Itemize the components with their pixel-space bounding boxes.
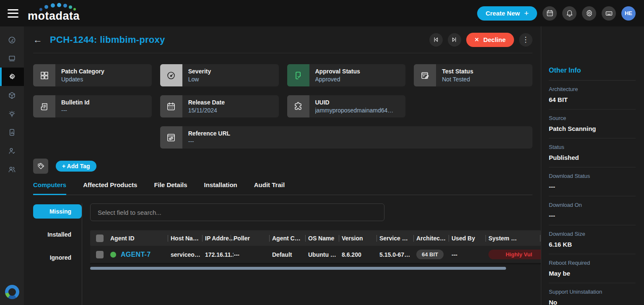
info-label: Download Status bbox=[549, 173, 636, 179]
calendar-button[interactable] bbox=[543, 6, 557, 21]
package-cube-icon bbox=[8, 91, 16, 99]
card-value: Approved bbox=[315, 76, 360, 83]
column-header[interactable]: Architec… bbox=[416, 235, 452, 242]
column-header[interactable]: Used By bbox=[452, 235, 488, 242]
status-dot bbox=[110, 252, 116, 258]
used-by-cell: --- bbox=[452, 251, 488, 258]
tags-icon bbox=[33, 159, 48, 174]
keyboard-button[interactable] bbox=[602, 6, 616, 21]
decline-button[interactable]: ✕ Decline bbox=[466, 33, 514, 47]
card-value: Low bbox=[188, 76, 211, 83]
test-checklist-icon bbox=[414, 64, 436, 86]
info-item-reboot-required: Reboot Required May be bbox=[549, 254, 636, 283]
architecture-cell: 64 BIT bbox=[416, 250, 452, 259]
card-uuid: UUID jammyproposedmainamd64… bbox=[287, 95, 406, 117]
agent-id-link[interactable]: AGENT-7 bbox=[121, 251, 151, 258]
user-avatar[interactable]: HE bbox=[621, 6, 636, 21]
grid-icon bbox=[33, 64, 55, 86]
topbar-actions: Create New + HE bbox=[477, 6, 636, 21]
card-value: 15/11/2024 bbox=[188, 107, 225, 114]
column-header[interactable]: Agent ID bbox=[108, 235, 171, 242]
column-header[interactable]: OS Name bbox=[308, 235, 342, 242]
info-value: Patch Scanning bbox=[549, 125, 636, 132]
info-value: 6.16 KB bbox=[549, 241, 636, 248]
more-options-button[interactable]: ⋮ bbox=[519, 33, 532, 47]
info-value: --- bbox=[549, 183, 636, 190]
poller-cell: --- bbox=[234, 251, 272, 258]
other-info-title: Other Info bbox=[549, 67, 636, 81]
info-label: Architecture bbox=[549, 86, 636, 92]
sidebar-item-dashboard[interactable] bbox=[0, 31, 24, 49]
sidebar-item-packages[interactable] bbox=[0, 86, 24, 104]
bell-icon bbox=[566, 9, 574, 17]
plus-icon: + bbox=[524, 9, 529, 18]
table-row[interactable]: AGENT-7 serviceo… 172.16.11.1… --- Defau… bbox=[90, 246, 541, 264]
sidebar-item-reports[interactable] bbox=[0, 123, 24, 141]
card-label: Release Date bbox=[188, 99, 225, 106]
previous-record-button[interactable] bbox=[429, 33, 443, 47]
monitor-icon bbox=[8, 55, 16, 63]
decline-label: Decline bbox=[483, 36, 506, 43]
calendar-icon bbox=[546, 9, 554, 17]
column-header[interactable]: Service … bbox=[379, 235, 416, 242]
info-label: Source bbox=[549, 115, 636, 121]
users-group-icon bbox=[8, 165, 16, 173]
settings-button[interactable] bbox=[582, 6, 596, 21]
subtab-missing[interactable]: Missing bbox=[33, 204, 82, 219]
info-label: Download Size bbox=[549, 231, 636, 237]
next-record-button[interactable] bbox=[448, 33, 461, 47]
tab-affected-products[interactable]: Affected Products bbox=[83, 181, 137, 195]
column-header[interactable]: IP Addre… bbox=[205, 235, 234, 242]
bulletin-icon bbox=[33, 95, 55, 117]
create-new-button[interactable]: Create New + bbox=[477, 6, 537, 21]
tab-file-details[interactable]: File Details bbox=[154, 181, 187, 195]
card-label: Approval Status bbox=[315, 68, 360, 75]
report-document-icon bbox=[8, 128, 16, 136]
card-patch-category: Patch Category Updates bbox=[33, 64, 152, 86]
info-value: 64 BIT bbox=[549, 96, 636, 103]
card-value: Not Tested bbox=[442, 76, 473, 83]
card-test-status: Test Status Not Tested bbox=[414, 64, 532, 86]
card-release-date: Release Date 15/11/2024 bbox=[160, 95, 279, 117]
select-all-checkbox[interactable] bbox=[96, 235, 104, 242]
sidebar-item-patch[interactable] bbox=[0, 68, 24, 86]
os-name-cell: Ubuntu … bbox=[308, 251, 342, 258]
main-content: ← PCH-1244: libmbim-proxy ✕ Decline ⋮ bbox=[24, 26, 541, 305]
sidebar-item-insights[interactable] bbox=[0, 104, 24, 123]
info-item-status: Status Published bbox=[549, 138, 636, 167]
info-item-architecture: Architecture 64 BIT bbox=[549, 81, 636, 109]
search-input[interactable] bbox=[90, 203, 384, 221]
horizontal-scrollbar[interactable] bbox=[90, 267, 506, 270]
column-header[interactable]: Poller bbox=[234, 235, 272, 242]
sidebar-item-users[interactable] bbox=[0, 160, 24, 178]
sidebar-item-user-approval[interactable] bbox=[0, 141, 24, 160]
add-tag-button[interactable]: + Add Tag bbox=[56, 161, 96, 172]
back-arrow-icon[interactable]: ← bbox=[33, 34, 42, 45]
column-header[interactable]: Agent C… bbox=[272, 235, 308, 242]
skip-next-icon bbox=[450, 36, 458, 44]
column-header[interactable]: Version bbox=[342, 235, 379, 242]
info-item-support-uninstallation: Support Uninstallation No bbox=[549, 283, 636, 305]
panel-collapse-button[interactable] bbox=[541, 62, 541, 79]
column-header[interactable]: Host Na… bbox=[171, 235, 205, 242]
link-window-icon bbox=[160, 126, 182, 149]
info-item-source: Source Patch Scanning bbox=[549, 109, 636, 138]
column-header[interactable]: System … bbox=[488, 235, 541, 242]
info-label: Support Uninstallation bbox=[549, 289, 636, 295]
tab-audit-trail[interactable]: Audit Trail bbox=[254, 181, 285, 195]
info-item-download-on: Download On --- bbox=[549, 196, 636, 225]
tab-computers[interactable]: Computers bbox=[33, 181, 66, 195]
subtab-ignored[interactable]: Ignored bbox=[33, 250, 82, 265]
subtab-installed[interactable]: Installed bbox=[33, 227, 82, 242]
tab-installation[interactable]: Installation bbox=[204, 181, 237, 195]
detail-tabs: Computers Affected Products File Details… bbox=[33, 181, 532, 195]
info-value: No bbox=[549, 299, 636, 305]
row-checkbox[interactable] bbox=[96, 251, 104, 258]
sidebar-item-devices[interactable] bbox=[0, 49, 24, 68]
info-item-download-size: Download Size 6.16 KB bbox=[549, 225, 636, 254]
page-header-actions: ✕ Decline ⋮ bbox=[429, 33, 532, 47]
info-value: May be bbox=[549, 270, 636, 277]
create-new-label: Create New bbox=[486, 10, 520, 17]
hamburger-menu-icon[interactable] bbox=[8, 9, 18, 18]
notifications-button[interactable] bbox=[562, 6, 576, 21]
